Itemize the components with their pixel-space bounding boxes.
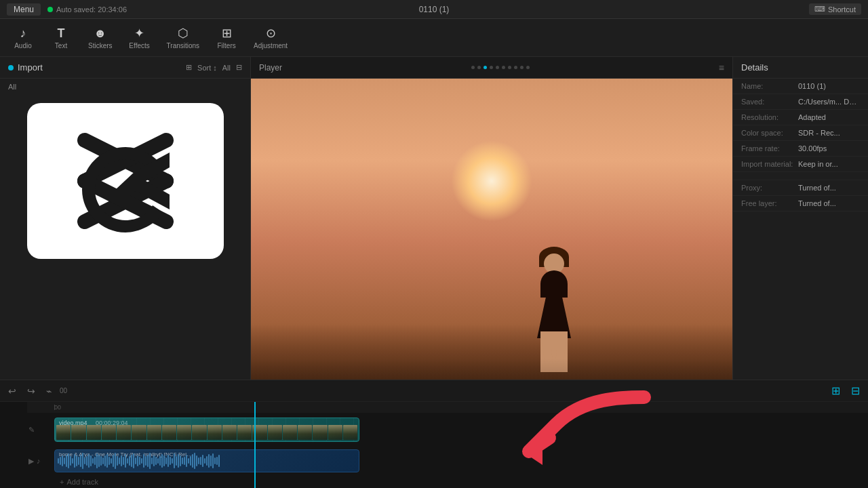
shortcut-button[interactable]: ⌨ Shortcut: [809, 3, 861, 15]
import-button[interactable]: Import: [8, 62, 43, 73]
detail-name-label: Name:: [741, 82, 795, 90]
waveform-bar: [115, 453, 116, 469]
detail-saved-label: Saved:: [741, 98, 795, 106]
waveform-bar: [167, 455, 169, 467]
redo-button[interactable]: ↪: [24, 384, 38, 398]
waveform-bar: [210, 455, 212, 466]
waveform-bar: [157, 458, 159, 464]
thumb-2: [71, 425, 85, 440]
top-bar: Menu Auto saved: 20:34:06 0110 (1) ⌨ Sho…: [0, 0, 868, 19]
split-button[interactable]: ⌁: [43, 384, 54, 398]
waveform-bar: [170, 457, 171, 465]
timeline-ruler: 00: [27, 402, 868, 413]
toolbar-transitions[interactable]: ⬡ Transitions: [160, 23, 207, 52]
waveform-bar: [74, 454, 75, 468]
audio-track-controls: ▶ ♪: [28, 457, 41, 466]
audio-label: Audio: [14, 42, 32, 49]
waveform-bar: [125, 454, 126, 468]
waveform-bar: [96, 453, 98, 468]
detail-proxy-value: Turned of...: [798, 184, 860, 192]
add-track-button[interactable]: + Add track: [60, 478, 98, 486]
waveform-bar: [186, 455, 187, 467]
waveform-bar: [176, 456, 177, 466]
sort-label: Sort: [197, 64, 211, 72]
toolbar-stickers[interactable]: ☻ Stickers: [81, 24, 119, 52]
waveform-bar: [88, 454, 90, 468]
waveform-bar: [70, 456, 71, 466]
timeline-fit-button[interactable]: ⊟: [848, 383, 863, 399]
player-dot-1: [471, 66, 475, 69]
waveform-bar: [200, 457, 201, 465]
toolbar-effects[interactable]: ✦ Effects: [122, 23, 157, 52]
timeline-mode-button[interactable]: ⊞: [829, 383, 843, 399]
waveform-bar: [165, 458, 167, 464]
waveform-bar: [149, 453, 151, 469]
thumb-17: [298, 425, 312, 440]
toolbar-text[interactable]: T Text: [43, 24, 79, 52]
player-options-button[interactable]: ≡: [719, 62, 724, 73]
thumb-1: [56, 425, 71, 440]
thumb-14: [252, 425, 267, 440]
filter-options-button[interactable]: ⊟: [236, 63, 242, 72]
detail-framerate-label: Frame rate:: [741, 144, 795, 152]
waveform-bar: [127, 458, 128, 464]
player-dot-5: [496, 66, 499, 69]
detail-resolution-row: Resolution: Adapted: [733, 110, 868, 125]
stickers-icon: ☻: [94, 26, 106, 41]
waveform-bar: [117, 456, 118, 466]
audio-track-clip[interactable]: bome & Arya - One More Try (feat. imallr…: [54, 449, 359, 472]
toolbar-filters[interactable]: ⊞ Filters: [209, 23, 244, 52]
top-bar-right: ⌨ Shortcut: [809, 3, 861, 15]
thumb-8: [162, 425, 176, 440]
import-label: Import: [18, 62, 43, 73]
toolbar-adjustment[interactable]: ⊙ Adjustment: [247, 23, 294, 52]
grid-view-button[interactable]: ⊞: [186, 63, 192, 72]
sort-button[interactable]: Sort ↕: [197, 64, 217, 72]
all-tab[interactable]: All: [8, 83, 16, 91]
auto-saved-indicator: Auto saved: 20:34:06: [47, 5, 127, 14]
detail-resolution-value: Adapted: [798, 113, 860, 121]
ruler-mark-00: 00: [54, 404, 61, 411]
waveform-bar: [72, 458, 73, 464]
waveform-bar: [90, 455, 92, 466]
thumb-11: [208, 425, 222, 440]
toolbar-audio[interactable]: ♪ Audio: [5, 24, 41, 52]
thumb-16: [283, 425, 297, 440]
audio-track-play-button[interactable]: ▶: [28, 457, 34, 466]
stickers-label: Stickers: [88, 42, 113, 49]
waveform-bar: [84, 458, 85, 464]
thumb-19: [328, 425, 342, 440]
video-track-clip[interactable]: video.mp4 00:00:29:04: [54, 418, 359, 442]
player-dot-10: [526, 66, 530, 69]
player-dot-7: [508, 66, 511, 69]
waveform-bar: [60, 457, 61, 465]
audio-track-mute-button[interactable]: ♪: [37, 457, 41, 465]
video-track-edit-button[interactable]: ✎: [28, 426, 35, 434]
waveform-bar: [111, 458, 112, 464]
arrow-container: [515, 384, 651, 468]
all-filter-button[interactable]: All: [222, 64, 231, 72]
thumb-6: [132, 425, 146, 440]
waveform-bar: [196, 455, 197, 466]
waveform-bar: [100, 456, 102, 466]
waveform-bar: [218, 455, 220, 467]
keyboard-icon: ⌨: [814, 5, 825, 14]
waveform-bar: [78, 457, 79, 465]
detail-freelayer-label: Free layer:: [741, 199, 795, 207]
waveform-bar: [161, 454, 163, 468]
detail-proxy-label: Proxy:: [741, 184, 795, 192]
waveform-bar: [182, 458, 183, 464]
undo-button[interactable]: ↩: [5, 384, 19, 398]
menu-button[interactable]: Menu: [7, 3, 41, 16]
waveform-bar: [131, 455, 132, 467]
waveform-bar: [194, 453, 195, 469]
waveform-bar: [172, 458, 173, 464]
filters-icon: ⊞: [222, 26, 232, 41]
top-bar-left: Menu Auto saved: 20:34:06: [7, 3, 127, 16]
waveform-bar: [192, 454, 193, 468]
detail-framerate-row: Frame rate: 30.00fps: [733, 141, 868, 157]
detail-colorspace-row: Color space: SDR - Rec...: [733, 125, 868, 141]
capcut-logo-card[interactable]: [27, 103, 224, 259]
waveform-bar: [208, 454, 210, 468]
waveform-bar: [133, 453, 134, 468]
